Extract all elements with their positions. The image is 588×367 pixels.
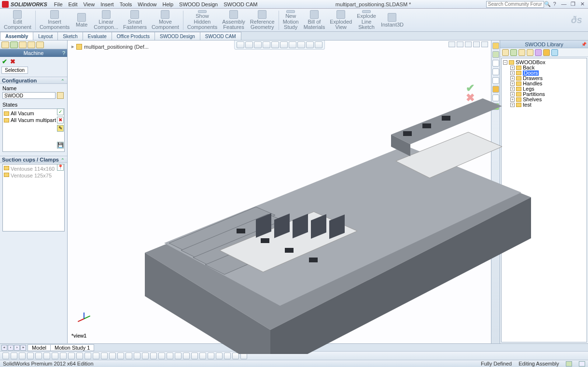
breadcrumb[interactable]: ▸ multipart_positioning (Def... [71, 43, 149, 50]
zoom-fit-icon[interactable] [237, 41, 244, 48]
ribbon-assembly-features[interactable]: AssemblyFeatures [220, 10, 247, 31]
ribbon-show-hidden[interactable]: ShowHiddenComponents [185, 10, 219, 31]
delete-icon[interactable]: ✖ [57, 117, 64, 123]
pin-icon[interactable]: 📍 [57, 164, 64, 171]
ribbon-reference-geometry[interactable]: ReferenceGeometry [248, 10, 277, 31]
ribbon-edit-component[interactable]: EditComponent [2, 10, 33, 31]
hide-show-icon[interactable] [289, 41, 296, 48]
vp-icon[interactable] [481, 41, 488, 47]
tool-icon[interactable] [117, 353, 124, 359]
next-tab-icon[interactable]: › [14, 345, 20, 351]
prev-tab-icon[interactable]: ‹ [8, 345, 14, 351]
previous-view-icon[interactable] [254, 41, 262, 48]
tab-swood-cam[interactable]: SWOOD CAM [200, 32, 241, 40]
tool-icon[interactable] [2, 353, 9, 359]
view-orientation-icon[interactable] [271, 41, 279, 48]
tool-icon[interactable] [43, 353, 50, 359]
orientation-triad[interactable] [77, 311, 92, 325]
menu-swood-design[interactable]: SWOOD Design [176, 1, 221, 7]
dimxpert-icon[interactable] [28, 41, 35, 48]
tree-item[interactable]: +Drawers [503, 76, 585, 81]
tree-item[interactable]: +Doors [503, 70, 585, 76]
lib-tool-icon[interactable] [551, 49, 558, 56]
ribbon-exploded-view[interactable]: ExplodedView [328, 10, 354, 31]
ribbon-move-component[interactable]: MoveComponent [150, 10, 181, 31]
tool-icon[interactable] [93, 353, 99, 359]
maximize-icon[interactable]: ❐ [569, 1, 577, 7]
tool-icon[interactable] [27, 353, 34, 359]
vp-icon[interactable] [465, 41, 472, 47]
minimize-icon[interactable]: — [560, 1, 568, 7]
menu-tools[interactable]: Tools [117, 1, 135, 7]
ok-button[interactable]: ✔ [2, 58, 7, 65]
cancel-button[interactable]: ✖ [10, 58, 15, 65]
status-icon[interactable] [566, 361, 572, 367]
first-tab-icon[interactable]: « [1, 345, 7, 351]
ribbon-linear-pattern[interactable]: LinearCompon... [92, 10, 120, 31]
ribbon-instant3d[interactable]: Instant3D [379, 10, 406, 31]
display-manager-icon[interactable] [36, 41, 44, 48]
ribbon-bom[interactable]: Bill ofMaterials [302, 10, 327, 31]
tool-icon[interactable] [11, 353, 17, 359]
group-clamps[interactable]: Suction cups / Clamps⌃ [0, 156, 67, 163]
tab-sketch[interactable]: Sketch [57, 32, 83, 40]
expand-icon[interactable]: + [510, 71, 515, 75]
tool-icon[interactable] [52, 353, 58, 359]
apply-scene-icon[interactable] [306, 41, 314, 48]
browse-icon[interactable] [57, 92, 64, 99]
tab-model[interactable]: Model [28, 344, 51, 351]
lib-tool-icon[interactable] [543, 49, 550, 56]
tool-icon[interactable] [60, 353, 67, 359]
expand-icon[interactable]: + [510, 66, 515, 70]
display-style-icon[interactable] [280, 41, 288, 48]
vp-icon[interactable] [473, 41, 480, 47]
search-input[interactable] [486, 1, 544, 8]
lib-tool-icon[interactable] [527, 49, 533, 56]
tree-item[interactable]: +Back [503, 65, 585, 70]
pin-icon[interactable]: 📌 [581, 41, 587, 48]
taskpane-view-icon[interactable] [492, 77, 499, 84]
group-configuration[interactable]: Configuration⌃ [0, 77, 67, 84]
tool-icon[interactable] [76, 353, 83, 359]
edit-appearance-icon[interactable] [297, 41, 305, 48]
menu-edit[interactable]: Edit [66, 1, 81, 7]
ribbon-explode-line-sketch[interactable]: ExplodeLineSketch [355, 10, 378, 31]
viewport[interactable]: ▸ multipart_positioning (Def... ✔ ✖ [68, 41, 491, 343]
name-input[interactable] [2, 92, 56, 99]
tool-icon[interactable] [109, 353, 116, 359]
lib-tool-icon[interactable] [510, 49, 517, 56]
menu-window[interactable]: Window [135, 1, 159, 7]
menu-insert[interactable]: Insert [98, 1, 117, 7]
vp-icon[interactable] [457, 41, 463, 47]
tool-icon[interactable] [126, 353, 132, 359]
configuration-manager-icon[interactable] [19, 41, 27, 48]
vp-icon[interactable] [448, 41, 455, 47]
tab-swood-design[interactable]: SWOOD Design [154, 32, 200, 40]
menu-swood-cam[interactable]: SWOOD CAM [221, 1, 260, 7]
help-icon[interactable]: ? [551, 1, 559, 7]
property-manager-icon[interactable] [10, 41, 18, 48]
menu-view[interactable]: View [80, 1, 98, 7]
pm-tab-selection[interactable]: Selection [1, 67, 28, 74]
tool-icon[interactable] [19, 353, 26, 359]
ribbon-smart-fasteners[interactable]: SmartFasteners [121, 10, 149, 31]
section-view-icon[interactable] [263, 41, 270, 48]
close-icon[interactable]: ✕ [578, 1, 586, 7]
feature-tree-icon[interactable] [1, 41, 9, 48]
taskpane-library-icon[interactable] [492, 51, 499, 58]
check-icon[interactable]: ✓ [57, 109, 64, 115]
ribbon-mate[interactable]: Mate [72, 10, 91, 31]
menu-file[interactable]: File [51, 1, 66, 7]
tab-assembly[interactable]: Assembly [0, 32, 33, 40]
taskpane-explorer-icon[interactable] [492, 60, 499, 67]
last-tab-icon[interactable]: » [20, 345, 26, 351]
view-settings-icon[interactable] [315, 41, 322, 48]
tree-root[interactable]: − SWOODBox [503, 60, 585, 65]
tab-motion-study[interactable]: Motion Study 1 [50, 344, 94, 351]
clamps-list[interactable]: Ventouse 114x160 Ventouse 125x75 [2, 164, 65, 231]
expand-icon[interactable]: + [510, 76, 515, 81]
states-list[interactable]: All Vacum All Vacum multipart [2, 109, 65, 152]
lib-tool-icon[interactable] [535, 49, 542, 56]
status-icon[interactable] [579, 361, 585, 367]
lib-tool-icon[interactable] [518, 49, 525, 56]
